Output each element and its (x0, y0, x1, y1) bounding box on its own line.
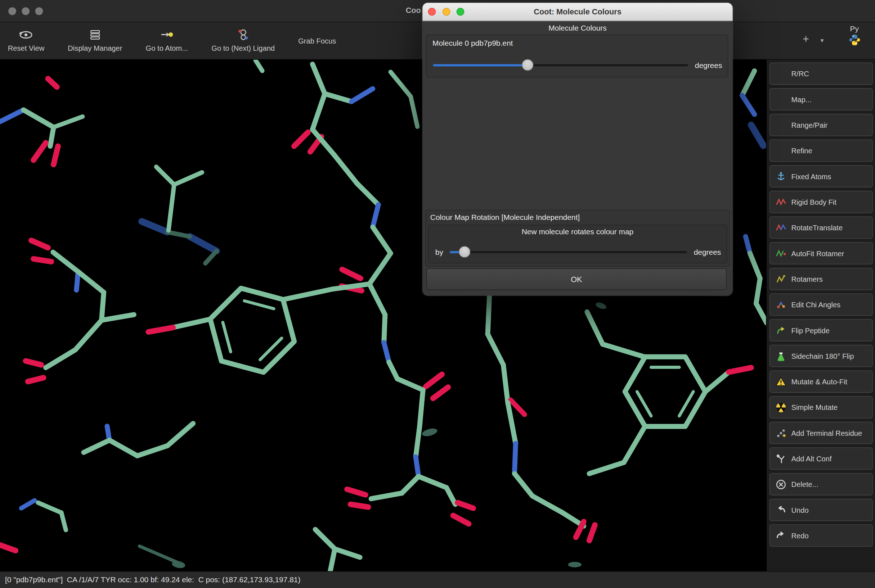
main-zoom-button[interactable] (35, 7, 43, 15)
sidebar-item-label: AutoFit Rotamer (791, 249, 844, 257)
python-scripting-button[interactable]: Py (843, 24, 866, 49)
reset-view-icon (19, 26, 33, 44)
sidebar-item-fixed-atoms[interactable]: Fixed Atoms (770, 165, 873, 188)
colour-map-rotation-label: Colour Map Rotation [Molecule Independen… (425, 210, 729, 221)
toolbar-item-label: Go to (Next) Ligand (211, 44, 275, 52)
status-bar: [0 "pdb7p9b.ent"] CA /1/A/7 TYR occ: 1.0… (0, 571, 875, 588)
redo-icon (775, 530, 787, 541)
sidebar-item-label: R/RC (791, 69, 809, 78)
sidebar-item-label: Map... (791, 95, 812, 103)
sidebar-item-flip-peptide[interactable]: Flip Peptide (770, 319, 873, 342)
sidebar-item-add-terminal-residue[interactable]: Add Terminal Residue (770, 422, 873, 444)
sidebar-item-label: Rotamers (791, 275, 823, 283)
slider-track[interactable] (433, 64, 689, 66)
dialog-header: Molecule Colours (422, 21, 733, 32)
sidebar-item-label: Undo (791, 506, 809, 514)
toolbar-item-display-manager[interactable]: Display Manager (68, 22, 122, 59)
sidebar-item-label: Redo (791, 531, 809, 540)
undo-icon (775, 504, 787, 515)
sidebar-item-label: Range/Pair (791, 121, 828, 129)
icon-placeholder (775, 145, 787, 156)
colour-map-rotation-frame: Colour Map Rotation [Molecule Independen… (425, 210, 730, 267)
edit-chi-icon (775, 299, 787, 310)
toolbar-item-grab-focus[interactable]: Grab Focus (298, 22, 336, 59)
sidebar-item-mutate-auto-fit[interactable]: Mutate & Auto-Fit (770, 370, 873, 393)
dialog-titlebar[interactable]: Coot: Molecule Colours (422, 3, 733, 21)
icon-placeholder (775, 93, 787, 105)
slider-thumb[interactable] (522, 59, 534, 71)
sidebar-item-simple-mutate[interactable]: Simple Mutate (770, 396, 873, 418)
sidebar-item-label: Rigid Body Fit (791, 198, 836, 206)
sidebar-item-label: Refine (791, 147, 812, 155)
toolbar-item-label: Go to Atom... (146, 44, 188, 52)
sidebar-item-rotatetranslate[interactable]: RotateTranslate (770, 217, 873, 239)
sidebar-item-label: Add Alt Conf (791, 454, 832, 463)
flip-peptide-icon (775, 325, 787, 336)
molecule-hue-slider-row: degrees (433, 58, 722, 72)
main-window-title: Coo (406, 6, 421, 15)
display-manager-icon (89, 26, 102, 44)
sidebar-item-autofit-rotamer[interactable]: AutoFit Rotamer (770, 242, 873, 264)
dialog-title: Coot: Molecule Colours (422, 3, 733, 21)
main-minimize-button[interactable] (22, 7, 30, 15)
sidebar-item-r-rc[interactable]: R/RC (770, 63, 873, 85)
dialog-close-button[interactable] (428, 8, 436, 16)
autofit-rotamer-icon (775, 248, 787, 259)
colour-map-rotation-slider[interactable] (450, 245, 687, 259)
sidebar-item-add-alt-conf[interactable]: Add Alt Conf (770, 447, 873, 470)
ok-button[interactable]: OK (426, 268, 727, 290)
icon-placeholder (775, 120, 787, 130)
sidechain-flip-icon (775, 351, 787, 362)
fixed-atoms-icon (775, 171, 787, 182)
dialog-minimize-button[interactable] (442, 8, 451, 16)
sidebar-item-edit-chi-angles[interactable]: Edit Chi Angles (770, 293, 873, 316)
main-close-button[interactable] (8, 7, 16, 15)
sidebar-item-rotamers[interactable]: Rotamers (770, 268, 873, 290)
toolbar-item-reset-view[interactable]: Reset View (8, 22, 45, 59)
toolbar-item-go-to-atom[interactable]: Go to Atom... (146, 22, 188, 59)
slider-thumb[interactable] (459, 246, 470, 258)
molecule-frame-label: Molecule 0 pdb7p9b.ent (426, 35, 728, 48)
toolbar-item-go-to-next-ligand[interactable]: Go to (Next) Ligand (211, 22, 275, 59)
modelling-toolbar: R/RCMap...Range/PairRefineFixed AtomsRig… (766, 60, 875, 572)
sidebar-item-label: RotateTranslate (791, 224, 843, 232)
sidebar-item-label: Fixed Atoms (791, 172, 831, 180)
toolbar-add-button[interactable]: + (803, 33, 809, 45)
dialog-zoom-button[interactable] (457, 8, 465, 16)
degrees-label: degrees (695, 61, 722, 69)
toolbar-item-label: Display Manager (68, 44, 122, 52)
rotate-translate-icon (775, 222, 787, 233)
sidebar-item-label: Mutate & Auto-Fit (791, 378, 848, 386)
python-logo-icon (848, 39, 861, 48)
toolbar-item-label: Reset View (8, 44, 45, 52)
sidebar-item-range-pair[interactable]: Range/Pair (770, 114, 873, 136)
sidebar-item-rigid-body-fit[interactable]: Rigid Body Fit (770, 191, 873, 213)
sidebar-item-undo[interactable]: Undo (770, 499, 873, 521)
sidebar-item-delete[interactable]: Delete... (770, 473, 873, 495)
icon-placeholder (775, 68, 787, 79)
molecule-hue-slider[interactable] (433, 58, 689, 72)
delete-icon (775, 478, 787, 490)
rotamers-icon (775, 273, 787, 285)
sidebar-item-label: Simple Mutate (791, 403, 838, 411)
by-label: by (435, 248, 443, 256)
sidebar-item-label: Add Terminal Residue (791, 429, 862, 437)
new-molecule-rotation-box: New molecule rotates colour map by degre… (428, 225, 728, 263)
sidebar-item-redo[interactable]: Redo (770, 524, 873, 547)
slider-track[interactable] (450, 251, 687, 254)
add-alt-conf-icon (775, 453, 787, 464)
new-molecule-rotates-label: New molecule rotates colour map (428, 225, 727, 236)
simple-mutate-icon (775, 402, 787, 413)
rotation-slider-row: by degrees (435, 245, 721, 259)
toolbar-overflow-caret-icon[interactable]: ▾ (821, 37, 824, 44)
molecule-colour-frame: Molecule 0 pdb7p9b.ent degrees (425, 34, 728, 77)
sidebar-item-label: Sidechain 180° Flip (791, 352, 854, 360)
sidebar-item-label: Delete... (791, 480, 818, 488)
slider-fill (433, 64, 528, 66)
goto-ligand-icon (237, 26, 250, 44)
sidebar-item-refine[interactable]: Refine (770, 140, 873, 162)
sidebar-item-map[interactable]: Map... (770, 88, 873, 111)
rigid-body-icon (775, 196, 787, 208)
sidebar-item-sidechain-180-flip[interactable]: Sidechain 180° Flip (770, 345, 873, 367)
sidebar-item-label: Edit Chi Angles (791, 300, 841, 309)
